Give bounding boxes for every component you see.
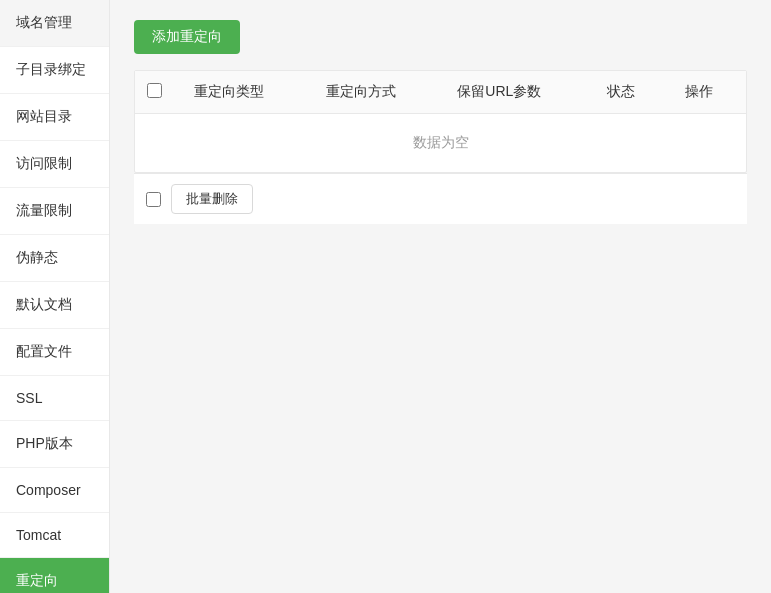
- col-action: 操作: [669, 71, 747, 114]
- sidebar-item-webdir[interactable]: 网站目录: [0, 94, 109, 141]
- col-method: 重定向方式: [310, 71, 442, 114]
- add-redirect-button[interactable]: 添加重定向: [134, 20, 240, 54]
- table-header-row: 重定向类型 重定向方式 保留URL参数 状态 操作: [135, 71, 746, 114]
- main-content: 添加重定向 重定向类型 重定向方式 保留URL参数 状态 操作 数据为空: [110, 0, 771, 593]
- sidebar-item-composer[interactable]: Composer: [0, 468, 109, 513]
- sidebar-item-subdir[interactable]: 子目录绑定: [0, 47, 109, 94]
- col-keep-params: 保留URL参数: [441, 71, 591, 114]
- batch-select-checkbox[interactable]: [146, 192, 161, 207]
- batch-action-row: 批量删除: [134, 173, 747, 224]
- select-all-checkbox[interactable]: [147, 83, 162, 98]
- sidebar-item-redirect[interactable]: 重定向: [0, 558, 109, 593]
- redirect-table-wrap: 重定向类型 重定向方式 保留URL参数 状态 操作 数据为空: [134, 70, 747, 173]
- sidebar-item-ssl[interactable]: SSL: [0, 376, 109, 421]
- sidebar-item-config[interactable]: 配置文件: [0, 329, 109, 376]
- batch-delete-button[interactable]: 批量删除: [171, 184, 253, 214]
- sidebar-item-domain[interactable]: 域名管理: [0, 0, 109, 47]
- sidebar-item-access[interactable]: 访问限制: [0, 141, 109, 188]
- sidebar-item-default-doc[interactable]: 默认文档: [0, 282, 109, 329]
- sidebar-item-traffic[interactable]: 流量限制: [0, 188, 109, 235]
- empty-row: 数据为空: [135, 114, 746, 173]
- sidebar-item-tomcat[interactable]: Tomcat: [0, 513, 109, 558]
- redirect-table: 重定向类型 重定向方式 保留URL参数 状态 操作 数据为空: [135, 71, 746, 172]
- col-type: 重定向类型: [178, 71, 310, 114]
- sidebar-item-php[interactable]: PHP版本: [0, 421, 109, 468]
- empty-text: 数据为空: [135, 114, 746, 173]
- col-checkbox: [135, 71, 178, 114]
- col-status: 状态: [591, 71, 668, 114]
- sidebar-item-rewrite[interactable]: 伪静态: [0, 235, 109, 282]
- sidebar: 域名管理子目录绑定网站目录访问限制流量限制伪静态默认文档配置文件SSLPHP版本…: [0, 0, 110, 593]
